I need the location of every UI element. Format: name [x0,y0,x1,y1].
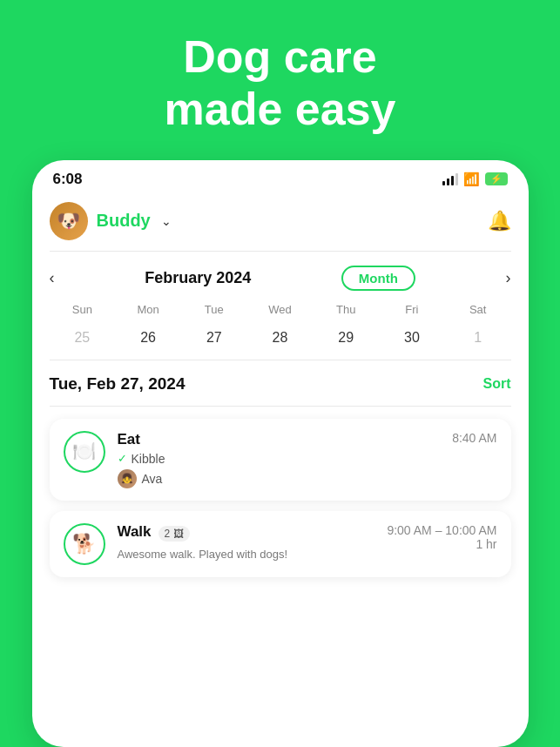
status-time: 6:08 [53,171,83,188]
walk-event-note: Awesome walk. Played with dogs! [118,548,375,561]
eat-event-title: Eat [118,431,441,448]
walk-title-row: Walk 2 🖼 [118,523,375,544]
events-divider [50,406,511,407]
walk-duration: 1 hr [387,537,496,551]
ava-name: Ava [142,472,163,486]
date-cell[interactable]: 29 [313,323,379,353]
events-section: Tue, Feb 27, 2024 Sort 🍽️ Eat ✓ Kibble 👧… [32,360,529,747]
day-thu: Thu [313,303,379,316]
ava-avatar: 👧 [118,469,137,488]
date-cell-today[interactable]: 27 [181,323,247,353]
day-sun: Sun [50,303,116,316]
date-cell[interactable]: 28 [247,323,314,353]
month-view-button[interactable]: Month [341,266,415,291]
walk-photos-badge: 2 🖼 [159,526,190,542]
signal-icon [442,173,458,185]
battery-icon: ⚡ [485,172,508,185]
date-cell[interactable]: 30 [379,323,445,353]
eat-event-details: Eat ✓ Kibble 👧 Ava [118,431,441,488]
phone-container: 6:08 📶 ⚡ 🐶 Buddy ⌄ 🔔 [32,160,529,747]
bell-icon[interactable]: 🔔 [488,210,511,232]
date-cell[interactable]: 25 [50,323,116,353]
prev-month-button[interactable]: ‹ [50,269,55,287]
hero-text: Dog care made easy [130,0,431,160]
chevron-down-icon[interactable]: ⌄ [161,214,172,228]
day-mon: Mon [115,303,181,316]
app-header: 🐶 Buddy ⌄ 🔔 [32,195,529,251]
events-date-label: Tue, Feb 27, 2024 [50,374,186,394]
day-sat: Sat [445,303,511,316]
day-wed: Wed [247,303,314,316]
event-card-eat[interactable]: 🍽️ Eat ✓ Kibble 👧 Ava 8:40 AM [50,419,511,501]
event-card-walk[interactable]: 🐕 Walk 2 🖼 Awesome walk. Played with dog… [50,511,511,577]
month-year-label: February 2024 [145,269,251,287]
dog-avatar: 🐶 [50,202,88,240]
status-bar: 6:08 📶 ⚡ [32,160,529,195]
walk-event-icon: 🐕 [64,523,105,565]
date-cell[interactable]: 1 [445,323,511,353]
eat-person-ava: 👧 Ava [118,469,441,488]
dog-name: Buddy [97,211,151,231]
wifi-icon: 📶 [463,172,480,187]
day-fri: Fri [379,303,445,316]
eat-sub-kibble: ✓ Kibble [118,452,441,466]
walk-event-details: Walk 2 🖼 Awesome walk. Played with dogs! [118,523,375,561]
next-month-button[interactable]: › [505,269,510,287]
eat-event-icon: 🍽️ [64,431,105,473]
hero-line1: Dog care [183,31,377,82]
calendar-days-header: Sun Mon Tue Wed Thu Fri Sat [50,303,511,316]
hero-line2: made easy [165,84,396,134]
walk-time-range: 9:00 AM – 10:00 AM [387,523,496,537]
date-cell[interactable]: 26 [115,323,181,353]
walk-event-title: Walk [118,523,152,541]
walk-event-time: 9:00 AM – 10:00 AM 1 hr [387,523,496,551]
kibble-label: Kibble [132,452,165,466]
events-header: Tue, Feb 27, 2024 Sort [50,374,511,394]
calendar-nav: ‹ February 2024 Month › [50,266,511,291]
status-icons: 📶 ⚡ [442,172,508,187]
check-icon: ✓ [118,452,127,465]
sort-button[interactable]: Sort [483,376,511,392]
dog-profile[interactable]: 🐶 Buddy ⌄ [50,202,172,240]
eat-event-time: 8:40 AM [452,431,496,445]
calendar-section: ‹ February 2024 Month › Sun Mon Tue Wed … [32,252,529,360]
calendar-dates: 25 26 27 28 29 30 1 [50,323,511,353]
day-tue: Tue [181,303,247,316]
